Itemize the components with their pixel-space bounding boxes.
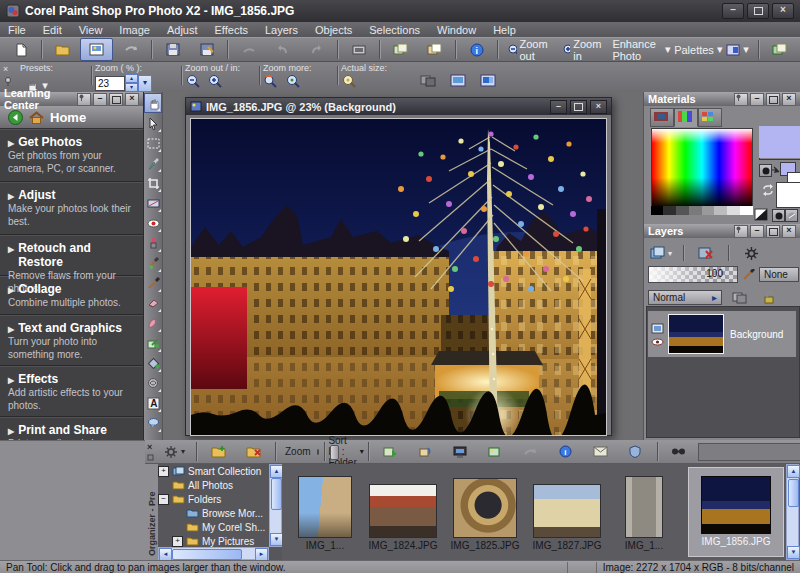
swatches-tab[interactable]: [698, 108, 722, 127]
organizer-button[interactable]: [80, 38, 113, 61]
actual-size-button[interactable]: [341, 74, 357, 89]
menu-image[interactable]: Image: [119, 24, 150, 36]
thumbnail-tile-selected[interactable]: IMG_1856.JPG: [688, 467, 784, 557]
menu-selections[interactable]: Selections: [369, 24, 420, 36]
delete-layer-button[interactable]: [693, 242, 719, 264]
warp-tool[interactable]: [144, 373, 162, 393]
close-icon[interactable]: ×: [147, 442, 154, 452]
collapse-icon[interactable]: −: [158, 494, 169, 505]
close-icon[interactable]: ×: [590, 100, 607, 114]
minimize-icon[interactable]: –: [722, 3, 744, 19]
zoom-in-tool-button[interactable]: [207, 74, 223, 89]
slideshow-button[interactable]: [444, 440, 477, 463]
express-lab-button[interactable]: [763, 38, 796, 61]
thumbnail-tile[interactable]: IMG_1827.JPG: [530, 476, 604, 551]
selection-tool[interactable]: [144, 133, 162, 153]
thumbnail-tile[interactable]: IMG_1825.JPG: [448, 476, 522, 551]
thumbnail-tile[interactable]: IMG_1...: [290, 476, 360, 551]
close-icon[interactable]: ×: [125, 93, 139, 106]
layer-thumbnail[interactable]: [668, 314, 724, 354]
thumbnail-zoom-slider[interactable]: [317, 449, 319, 455]
dropper-tool[interactable]: [144, 153, 162, 173]
pin-icon[interactable]: [734, 225, 748, 238]
minimize-icon[interactable]: –: [550, 100, 567, 114]
lc-section-get-photos[interactable]: ▶Get Photos Get photos from your camera,…: [0, 129, 143, 182]
organizer-search-input[interactable]: [698, 443, 800, 461]
thumbnail-image[interactable]: [701, 476, 771, 534]
share-button[interactable]: [514, 440, 547, 463]
zoom-out-button[interactable]: Zoom out: [502, 38, 556, 61]
maximize-icon[interactable]: [766, 93, 780, 106]
scroll-down-icon[interactable]: ▼: [787, 546, 800, 559]
save-as-button[interactable]: [190, 38, 223, 61]
magnifier-window-button[interactable]: [480, 74, 496, 87]
paste-button[interactable]: [418, 38, 451, 61]
close-icon[interactable]: ×: [782, 93, 796, 106]
expand-icon[interactable]: +: [172, 536, 183, 547]
photo-canvas[interactable]: [190, 118, 607, 436]
lock-icon[interactable]: [756, 286, 782, 308]
bg-gradient-style-icon[interactable]: [785, 209, 798, 222]
paint-brush-tool[interactable]: [144, 273, 162, 293]
crop-tool[interactable]: [144, 173, 162, 193]
visibility-eye-icon[interactable]: [651, 338, 664, 346]
open-button[interactable]: [46, 38, 79, 61]
tree-item-all-photos[interactable]: All Photos: [158, 478, 282, 492]
copy-special-button[interactable]: [384, 38, 417, 61]
new-layer-button[interactable]: ▾: [648, 242, 674, 264]
save-button[interactable]: [156, 38, 189, 61]
add-folder-button[interactable]: [202, 440, 235, 463]
maximize-icon[interactable]: [766, 225, 780, 238]
organizer-vertical-title[interactable]: Organizer - Pre: [145, 464, 158, 560]
red-eye-tool[interactable]: [144, 213, 162, 233]
image-window[interactable]: IMG_1856.JPG @ 23% (Background) – ×: [185, 97, 612, 436]
tree-item-smart-collection[interactable]: + Smart Collection: [158, 464, 282, 478]
link-layers-icon[interactable]: [726, 286, 752, 308]
tree-vertical-scrollbar[interactable]: ▲ ▼: [269, 464, 282, 547]
close-icon[interactable]: ×: [772, 3, 794, 19]
background-swatch[interactable]: [776, 182, 800, 208]
fg-color-style-icon[interactable]: [759, 164, 772, 177]
undo-icon[interactable]: [266, 38, 299, 61]
close-icon[interactable]: ×: [3, 64, 8, 74]
pan-tool[interactable]: [144, 93, 162, 113]
slider-thumb[interactable]: [330, 445, 339, 460]
transparent-swatch-icon[interactable]: [754, 208, 768, 221]
color-changer-tool[interactable]: [144, 333, 162, 353]
protect-button[interactable]: [619, 440, 652, 463]
maximize-icon[interactable]: [570, 100, 587, 114]
remove-folder-button[interactable]: [237, 440, 270, 463]
minimize-icon[interactable]: –: [93, 93, 107, 106]
thumbnails-scrollbar[interactable]: ▲ ▼: [786, 464, 799, 560]
new-button[interactable]: [4, 38, 37, 61]
minimize-icon[interactable]: –: [750, 225, 764, 238]
retouch-tool[interactable]: [144, 313, 162, 333]
restore-icon[interactable]: [747, 3, 769, 19]
frame-tab[interactable]: [650, 108, 674, 127]
menu-layers[interactable]: Layers: [265, 24, 298, 36]
color-picker[interactable]: [651, 128, 753, 208]
text-tool[interactable]: A: [144, 393, 162, 413]
menu-adjust[interactable]: Adjust: [167, 24, 198, 36]
layer-effects-button[interactable]: [738, 242, 764, 264]
minimize-icon[interactable]: –: [750, 93, 764, 106]
thumbnail-tile[interactable]: IMG_1824.JPG: [366, 476, 440, 551]
zoom-value-input[interactable]: [95, 76, 125, 91]
scan-button[interactable]: [114, 38, 147, 61]
maximize-icon[interactable]: [109, 93, 123, 106]
thumbnail-tile[interactable]: IMG_1...: [612, 476, 676, 551]
menu-file[interactable]: File: [8, 24, 26, 36]
zoom-preset-dropdown-icon[interactable]: ▾: [138, 75, 152, 92]
redo-icon[interactable]: [300, 38, 333, 61]
pick-tool[interactable]: [144, 113, 162, 133]
eraser-tool[interactable]: [144, 293, 162, 313]
lc-section-effects[interactable]: ▶Effects Add artistic effects to your ph…: [0, 366, 143, 417]
email-button[interactable]: [584, 440, 617, 463]
scrollbar-thumb[interactable]: [788, 479, 799, 507]
link-set-button[interactable]: None: [759, 267, 799, 282]
straighten-tool[interactable]: [144, 193, 162, 213]
blend-mode-dropdown[interactable]: Normal ▸: [648, 290, 722, 305]
grayscale-strip[interactable]: [651, 206, 753, 215]
tree-item-my-pictures[interactable]: + My Pictures: [158, 534, 282, 548]
pin-icon[interactable]: [734, 93, 748, 106]
